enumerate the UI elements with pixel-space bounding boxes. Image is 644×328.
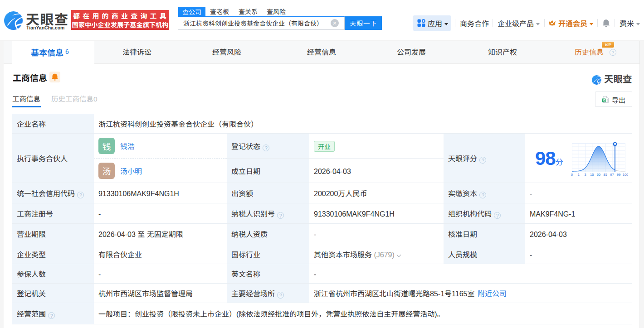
svg-text:1: 1: [578, 173, 580, 177]
svg-text:15: 15: [590, 173, 594, 177]
svg-text:100: 100: [623, 173, 628, 177]
svg-text:50: 50: [597, 173, 600, 177]
svg-text:85: 85: [604, 173, 607, 177]
svg-text:0: 0: [571, 173, 573, 177]
svg-text:99: 99: [617, 173, 620, 177]
svg-text:97: 97: [610, 173, 614, 177]
svg-text:3: 3: [584, 173, 586, 177]
